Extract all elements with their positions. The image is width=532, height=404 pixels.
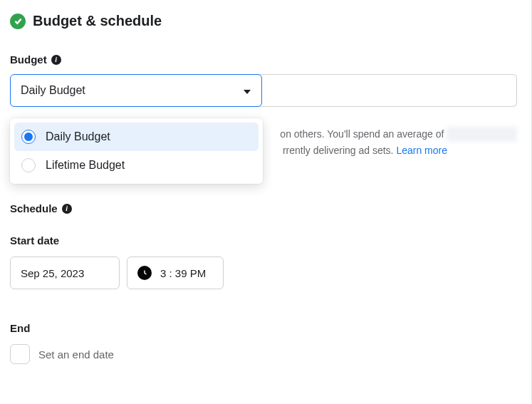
info-icon[interactable]: i bbox=[62, 204, 72, 214]
budget-option-daily-label: Daily Budget bbox=[46, 130, 110, 143]
end-date-checkbox[interactable] bbox=[10, 344, 30, 364]
budget-label: Budget bbox=[10, 53, 47, 66]
budget-help-line1-tail: on others. You'll spend an average of bbox=[280, 128, 444, 140]
schedule-label-row: Schedule i bbox=[10, 202, 521, 214]
end-label: End bbox=[10, 322, 521, 334]
budget-type-value: Daily Budget bbox=[21, 84, 85, 97]
info-icon[interactable]: i bbox=[51, 55, 61, 65]
budget-row: Daily Budget bbox=[10, 74, 517, 107]
budget-option-daily[interactable]: Daily Budget bbox=[14, 123, 259, 151]
start-date-input[interactable]: Sep 25, 2023 bbox=[10, 257, 120, 289]
start-date-label: Start date bbox=[10, 234, 521, 247]
section-title: Budget & schedule bbox=[33, 13, 162, 29]
budget-type-menu: Daily Budget Lifetime Budget bbox=[10, 118, 263, 184]
schedule-section: Schedule i Start date Sep 25, 2023 3 : 3… bbox=[10, 202, 521, 364]
budget-help-blur: xxxxxx xxx xxxx bbox=[447, 127, 517, 142]
start-date-time-row: Sep 25, 2023 3 : 39 PM bbox=[10, 257, 521, 289]
checkmark-icon bbox=[10, 14, 26, 29]
radio-icon bbox=[21, 130, 36, 144]
budget-amount-input[interactable] bbox=[258, 74, 517, 107]
budget-option-lifetime[interactable]: Lifetime Budget bbox=[14, 151, 259, 180]
budget-type-dropdown[interactable]: Daily Budget bbox=[10, 74, 262, 107]
budget-label-row: Budget i bbox=[10, 53, 521, 66]
start-date-value: Sep 25, 2023 bbox=[21, 267, 84, 279]
radio-icon bbox=[21, 158, 36, 172]
clock-icon bbox=[137, 266, 152, 280]
start-time-value: 3 : 39 PM bbox=[160, 267, 206, 279]
learn-more-link[interactable]: Learn more bbox=[396, 145, 447, 156]
chevron-down-icon bbox=[243, 86, 251, 95]
budget-option-lifetime-label: Lifetime Budget bbox=[46, 159, 125, 172]
end-section: End Set an end date bbox=[10, 322, 521, 364]
end-date-checkbox-row: Set an end date bbox=[10, 344, 521, 364]
budget-help-line2-mid: rrently delivering ad sets. bbox=[283, 145, 394, 156]
end-date-checkbox-label: Set an end date bbox=[38, 348, 114, 361]
start-time-input[interactable]: 3 : 39 PM bbox=[127, 257, 224, 289]
schedule-label: Schedule bbox=[10, 202, 58, 214]
section-header: Budget & schedule bbox=[10, 13, 521, 29]
